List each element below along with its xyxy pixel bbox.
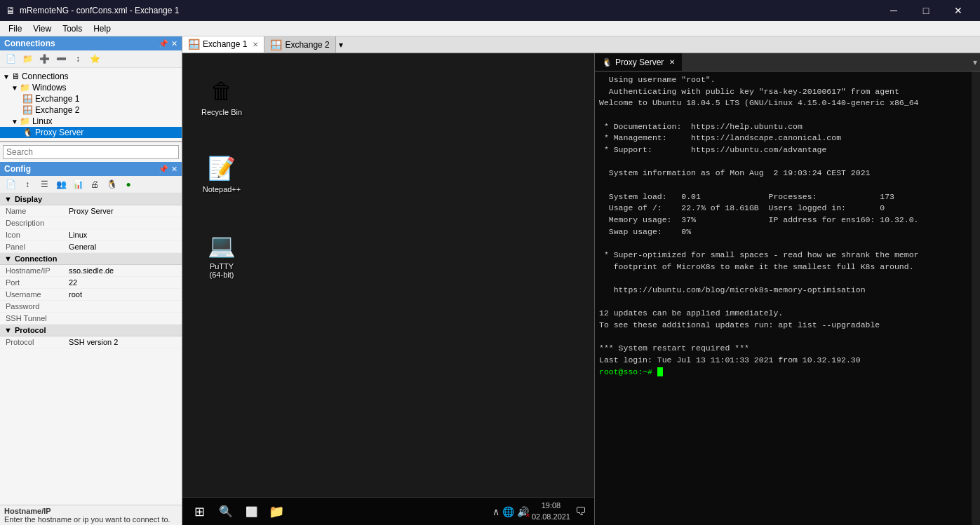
config-title: Config (4, 164, 31, 174)
config-linux-btn[interactable]: 🐧 (104, 177, 119, 191)
config-green-btn[interactable]: ● (121, 177, 136, 191)
clock-date: 02.08.2021 (532, 512, 570, 522)
tree-proxy-server[interactable]: 🐧 Proxy Server (0, 127, 182, 138)
notification-button[interactable]: 🗨 (570, 499, 591, 524)
recycle-bin-icon-img: 🗑 (208, 77, 236, 105)
pin-icon[interactable]: 📌 (159, 39, 168, 48)
remove-btn[interactable]: ➖ (53, 52, 69, 66)
sound-icon[interactable]: 🔊✕ (517, 506, 529, 517)
config-btn2[interactable]: ↕ (20, 177, 35, 191)
desktop-icon-recycle[interactable]: 🗑 Recycle Bin (196, 74, 247, 119)
window-title: mRemoteNG - confCons.xml - Exchange 1 (20, 6, 878, 15)
search-input[interactable] (3, 145, 179, 159)
clock[interactable]: 19:08 02.08.2021 (532, 500, 570, 522)
tree-exchange1[interactable]: 🪟 Exchange 1 (0, 93, 182, 104)
connections-panel: Connections 📌 ✕ 📄 📁 ➕ ➖ ↕ ⭐ ▼ 🖥 (0, 36, 182, 142)
recycle-bin-label: Recycle Bin (201, 108, 242, 116)
terminal-content[interactable]: Using username "root". Authenticating wi… (595, 71, 980, 525)
connections-header: Connections 📌 ✕ (0, 36, 182, 50)
term-line-14 (599, 238, 976, 250)
maximize-button[interactable]: □ (910, 0, 942, 21)
config-btn4[interactable]: 👥 (53, 177, 69, 191)
config-display-section[interactable]: ▼ Display (0, 193, 182, 205)
term-line-11: Usage of /: 22.7% of 18.61GB Users logge… (599, 203, 976, 214)
terminal-cursor (657, 367, 663, 376)
config-btn3[interactable]: ☰ (36, 177, 52, 191)
config-close-icon[interactable]: ✕ (171, 165, 177, 174)
close-button[interactable]: ✕ (942, 0, 974, 21)
terminal-tab-proxy[interactable]: 🐧 Proxy Server ✕ (595, 53, 682, 71)
tree-linux-group[interactable]: ▼ 📁 Linux (0, 116, 182, 127)
minimize-button[interactable]: ─ (878, 0, 910, 21)
collapse-proto-icon: ▼ (4, 326, 12, 334)
term-line-10: System load: 0.01 Processes: 173 (599, 191, 976, 203)
config-name-row: Name Proxy Server (0, 205, 182, 217)
config-panel-label: Panel (6, 243, 69, 251)
collapse-display-icon: ▼ (4, 195, 12, 203)
network-icon[interactable]: 🌐 (502, 506, 514, 517)
config-toolbar: 📄 ↕ ☰ 👥 📊 🖨 🐧 ● (0, 176, 182, 193)
add-btn[interactable]: ➕ (36, 52, 52, 66)
term-line-3 (599, 109, 976, 121)
tree-root[interactable]: ▼ 🖥 Connections (0, 71, 182, 82)
tab-exchange1-close[interactable]: ✕ (253, 41, 258, 48)
right-area: 🪟 Exchange 1 ✕ 🪟 Exchange 2 ▾ 🗑 Recycle … (182, 36, 980, 525)
sort-btn[interactable]: ↕ (70, 52, 86, 66)
config-username-value: root (69, 290, 176, 299)
system-tray: ∧ 🌐 🔊✕ 19:08 02.08.2021 (492, 500, 570, 522)
start-button[interactable]: ⊞ (185, 499, 213, 524)
expand-windows-icon: ▼ (11, 84, 18, 92)
config-content: ▼ Display Name Proxy Server Description … (0, 193, 182, 505)
search-box (0, 142, 182, 162)
desktop-icon-putty[interactable]: 💻 PuTTY(64-bit) (196, 229, 247, 282)
linux-group-label: Linux (32, 116, 53, 126)
proxy-server-icon: 🐧 (22, 128, 33, 137)
term-line-1: Authenticating with public key "rsa-key-… (599, 86, 976, 98)
config-btn5[interactable]: 📊 (70, 177, 86, 191)
term-line-0: Using username "root". (599, 74, 976, 86)
terminal-scroll-arrow[interactable]: ▾ (970, 57, 980, 67)
config-btn1[interactable]: 📄 (3, 177, 18, 191)
config-sshtunnel-row: SSH Tunnel (0, 313, 182, 325)
favorite-btn[interactable]: ⭐ (87, 52, 102, 66)
taskbar-search-button[interactable]: 🔍 (213, 499, 239, 524)
left-status: Hostname/IP Enter the hostname or ip you… (0, 505, 182, 525)
term-line-21: To see these additional updates run: apt… (599, 320, 976, 332)
expand-tray-icon[interactable]: ∧ (492, 506, 499, 517)
config-panel-row: Panel General (0, 241, 182, 253)
close-panel-icon[interactable]: ✕ (171, 39, 177, 48)
status-line2: Enter the hostname or ip you want to con… (4, 515, 177, 524)
menu-tools[interactable]: Tools (57, 22, 88, 35)
terminal-scrollbar[interactable] (972, 71, 980, 525)
status-line1: Hostname/IP (4, 507, 177, 515)
tree-windows-group[interactable]: ▼ 📁 Windows (0, 82, 182, 93)
desktop-background: 🗑 Recycle Bin 📝 Notepad++ 💻 PuTTY(64-bit… (182, 53, 594, 497)
tab-exchange1[interactable]: 🪟 Exchange 1 ✕ (182, 36, 264, 53)
taskview-button[interactable]: ⬜ (239, 499, 264, 524)
file-explorer-button[interactable]: 📁 (264, 499, 289, 524)
config-connection-section[interactable]: ▼ Connection (0, 253, 182, 265)
config-pin-icon[interactable]: 📌 (159, 165, 168, 174)
connections-title: Connections (4, 39, 55, 48)
config-hostname-value: sso.siedle.de (69, 266, 176, 275)
tab-exchange2[interactable]: 🪟 Exchange 2 (264, 36, 335, 53)
protocol-section-label: Protocol (15, 326, 46, 334)
config-protocol-section[interactable]: ▼ Protocol (0, 325, 182, 336)
config-password-label: Password (6, 302, 69, 311)
menu-help[interactable]: Help (88, 22, 116, 35)
proxy-server-label: Proxy Server (35, 128, 83, 137)
terminal-tab-close[interactable]: ✕ (669, 58, 675, 66)
menu-file[interactable]: File (3, 22, 27, 35)
new-folder-btn[interactable]: 📁 (20, 52, 35, 66)
new-connection-btn[interactable]: 📄 (3, 52, 18, 66)
terminal-tab-label: Proxy Server (615, 57, 664, 67)
term-line-19 (599, 296, 976, 308)
tree-exchange2[interactable]: 🪟 Exchange 2 (0, 104, 182, 116)
config-btn6[interactable]: 🖨 (87, 177, 102, 191)
tabs-scroll[interactable]: ▾ (336, 36, 346, 53)
menu-view[interactable]: View (27, 22, 57, 35)
term-line-23: *** System restart required *** (599, 343, 976, 355)
desktop-icon-notepad[interactable]: 📝 Notepad++ (196, 151, 247, 196)
config-header: Config 📌 ✕ (0, 162, 182, 176)
config-desc-row: Description (0, 217, 182, 229)
